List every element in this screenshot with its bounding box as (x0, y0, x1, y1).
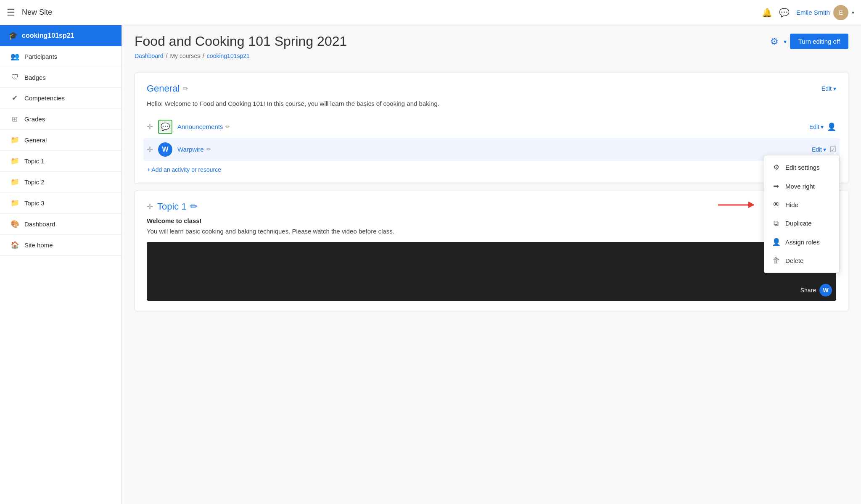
sidebar-item-label: Site home (24, 242, 53, 249)
warpwire-share-icon[interactable]: W (819, 284, 832, 297)
announcements-icon: 💬 (158, 120, 172, 134)
warpwire-name[interactable]: Warpwire ✏ (177, 146, 807, 153)
video-share-area: Share W (800, 284, 832, 297)
sidebar-course-header[interactable]: 🎓 cooking101sp21 (0, 25, 121, 46)
sidebar-item-topic2[interactable]: 📁 Topic 2 (0, 172, 121, 193)
main-content: Food and Cooking 101 Spring 2021 Dashboa… (122, 25, 861, 504)
warpwire-check-icon[interactable]: ☑ (829, 145, 836, 154)
topic1-drag-handle[interactable]: ✛ (147, 202, 153, 211)
delete-label: Delete (785, 257, 803, 264)
header-buttons: ⚙ ▾ Turn editing off (770, 34, 848, 49)
dashboard-icon: 🎨 (10, 220, 19, 228)
announcements-edit-button[interactable]: Edit ▾ (809, 123, 824, 130)
topic1-description: You will learn basic cooking and baking … (147, 227, 836, 236)
gear-dropdown-arrow[interactable]: ▾ (784, 38, 787, 45)
breadcrumb-sep1: / (166, 52, 168, 59)
sidebar-item-label: Topic 3 (24, 200, 45, 207)
dropdown-edit-settings[interactable]: ⚙ Edit settings (764, 158, 839, 177)
move-right-label: Move right (785, 183, 815, 190)
topic2-folder-icon: 📁 (10, 178, 19, 186)
sitehome-icon: 🏠 (10, 241, 19, 249)
hide-label: Hide (785, 201, 798, 208)
avatar: E (833, 5, 848, 20)
duplicate-icon: ⧉ (772, 219, 780, 228)
dropdown-duplicate[interactable]: ⧉ Duplicate (764, 214, 839, 233)
hamburger-menu[interactable]: ☰ (7, 7, 15, 18)
sidebar-item-label: Participants (24, 53, 57, 60)
topic1-title-group: ✛ Topic 1 ✏ (147, 201, 198, 212)
announcements-actions: Edit ▾ 👤 (809, 122, 836, 131)
sidebar-item-general[interactable]: 📁 General (0, 130, 121, 151)
sidebar-item-topic3[interactable]: 📁 Topic 3 (0, 193, 121, 214)
dropdown-move-right[interactable]: ➡ Move right (764, 177, 839, 196)
general-description: Hello! Welcome to Food and Cooking 101! … (147, 99, 836, 109)
topic1-folder-icon: 📁 (10, 157, 19, 165)
sidebar-item-participants[interactable]: 👥 Participants (0, 46, 121, 67)
user-menu[interactable]: Emile Smith E ▾ (796, 5, 854, 20)
warpwire-dropdown-menu: ⚙ Edit settings ➡ Move right (764, 155, 840, 273)
sidebar-item-label: Badges (24, 74, 46, 81)
activity-announcements: ✛ 💬 Announcements ✏ Edit ▾ 👤 (147, 116, 836, 138)
sidebar-item-topic1[interactable]: 📁 Topic 1 (0, 151, 121, 172)
sidebar-item-label: Dashboard (24, 220, 55, 228)
general-title-pencil[interactable]: ✏ (183, 85, 188, 92)
general-title-text: General (147, 83, 180, 94)
general-edit-label: Edit (821, 85, 832, 92)
competencies-icon: ✔ (10, 94, 19, 102)
dropdown-delete[interactable]: 🗑 Delete (764, 252, 839, 270)
warpwire-link[interactable]: Warpwire (177, 146, 204, 153)
announcements-person-icon[interactable]: 👤 (827, 122, 836, 131)
breadcrumb: Dashboard / My courses / cooking101sp21 (135, 52, 347, 59)
announcements-drag-handle[interactable]: ✛ (147, 122, 153, 131)
edit-settings-icon: ⚙ (772, 163, 780, 172)
general-folder-icon: 📁 (10, 136, 19, 144)
warpwire-actions: Edit ▾ ☑ (812, 145, 836, 154)
sidebar: 🎓 cooking101sp21 👥 Participants 🛡 Badges… (0, 25, 122, 504)
dropdown-hide[interactable]: 👁 Hide (764, 196, 839, 214)
general-edit-arrow: ▾ (833, 85, 836, 92)
general-edit-button[interactable]: Edit ▾ (821, 85, 836, 92)
sidebar-item-label: Competencies (24, 94, 65, 102)
sidebar-item-badges[interactable]: 🛡 Badges (0, 67, 121, 88)
assign-roles-icon: 👤 (772, 238, 780, 247)
breadcrumb-dashboard[interactable]: Dashboard (135, 52, 164, 59)
warpwire-drag-handle[interactable]: ✛ (147, 145, 153, 154)
topic1-header: ✛ Topic 1 ✏ Edit ▾ (147, 201, 836, 212)
assign-roles-label: Assign roles (785, 239, 820, 246)
top-navigation: ☰ New Site 🔔 💬 Emile Smith E ▾ (0, 0, 861, 25)
topic1-title-text: Topic 1 (157, 201, 187, 212)
breadcrumb-sep2: / (203, 52, 204, 59)
sidebar-item-grades[interactable]: ⊞ Grades (0, 109, 121, 130)
course-icon: 🎓 (8, 31, 18, 40)
topic1-welcome-title: Welcome to class! (147, 217, 836, 224)
add-resource-container: + Add an activity or resource (147, 166, 836, 173)
sidebar-item-label: Grades (24, 116, 45, 123)
message-icon[interactable]: 💬 (779, 8, 790, 18)
user-dropdown-arrow[interactable]: ▾ (852, 10, 854, 16)
topic3-folder-icon: 📁 (10, 199, 19, 207)
gear-icon[interactable]: ⚙ (770, 36, 779, 47)
announcements-pencil[interactable]: ✏ (225, 123, 230, 130)
dropdown-assign-roles[interactable]: 👤 Assign roles (764, 233, 839, 252)
announcements-link[interactable]: Announcements (177, 123, 223, 130)
topic1-title-pencil[interactable]: ✏ (190, 201, 198, 212)
breadcrumb-course[interactable]: cooking101sp21 (207, 52, 250, 59)
topic1-video-thumbnail[interactable]: Share W (147, 242, 836, 301)
badges-icon: 🛡 (10, 73, 19, 81)
notification-icon[interactable]: 🔔 (762, 8, 772, 18)
warpwire-edit-button[interactable]: Edit ▾ (812, 146, 826, 153)
general-section-title: General ✏ (147, 83, 188, 94)
add-activity-link[interactable]: + Add an activity or resource (147, 166, 221, 173)
sidebar-item-competencies[interactable]: ✔ Competencies (0, 88, 121, 109)
nav-right: 🔔 💬 Emile Smith E ▾ (762, 5, 854, 20)
move-right-icon: ➡ (772, 182, 780, 191)
breadcrumb-mycourses: My courses (170, 52, 200, 59)
warpwire-pencil[interactable]: ✏ (206, 146, 211, 152)
turn-editing-button[interactable]: Turn editing off (790, 34, 848, 49)
title-area: Food and Cooking 101 Spring 2021 Dashboa… (135, 34, 347, 66)
sidebar-item-dashboard[interactable]: 🎨 Dashboard (0, 214, 121, 235)
delete-icon: 🗑 (772, 257, 780, 265)
warpwire-icon: W (158, 142, 172, 157)
announcements-name[interactable]: Announcements ✏ (177, 123, 804, 130)
sidebar-item-sitehome[interactable]: 🏠 Site home (0, 235, 121, 256)
